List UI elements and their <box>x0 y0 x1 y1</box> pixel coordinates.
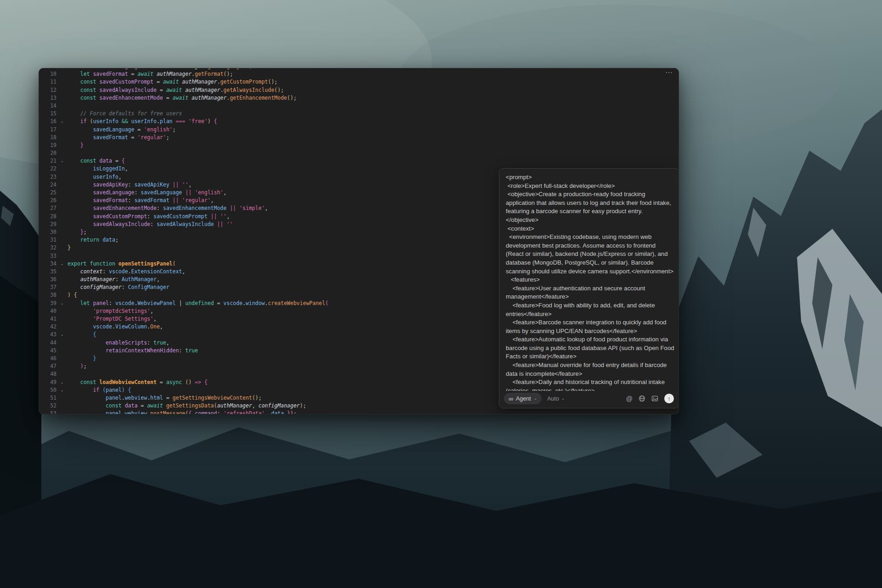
code-text: savedLanguage: savedLanguage || 'english… <box>68 189 226 197</box>
prompt-input[interactable]: <prompt> <role>Expert full-stack develop… <box>506 173 674 391</box>
fold-spacer <box>57 355 68 362</box>
fold-spacer <box>57 276 68 283</box>
line-number: 37 <box>39 283 57 291</box>
fold-spacer <box>57 268 68 276</box>
line-number: 44 <box>39 339 57 347</box>
fold-chevron-icon[interactable]: ⌄ <box>57 379 68 386</box>
fold-spacer <box>57 110 68 118</box>
line-number: 31 <box>39 236 57 244</box>
code-text: isLoggedIn, <box>68 165 128 173</box>
fold-chevron-icon[interactable]: ⌄ <box>57 260 68 268</box>
window-menu-icon[interactable]: ⋯ <box>665 69 673 76</box>
line-number: 48 <box>39 370 57 378</box>
code-text: return data; <box>68 236 119 244</box>
chat-panel: <prompt> <role>Expert full-stack develop… <box>499 168 679 408</box>
line-number: 36 <box>39 276 57 283</box>
code-text: const loadWebviewContent = async () => { <box>68 379 208 386</box>
line-number: 22 <box>39 165 57 173</box>
fold-spacer <box>57 307 68 315</box>
web-globe-button[interactable] <box>639 395 645 402</box>
code-line[interactable]: 16⌄ if (userInfo && userInfo.plan === 'f… <box>39 118 678 125</box>
code-text: retainContextWhenHidden: true <box>68 347 198 355</box>
fold-spacer <box>57 197 68 204</box>
fold-spacer <box>57 70 68 78</box>
attach-image-button[interactable] <box>651 395 658 402</box>
line-number: 49 <box>39 379 57 386</box>
fold-spacer <box>57 165 68 173</box>
at-mention-button[interactable]: @ <box>626 396 633 402</box>
code-text: authManager: AuthManager, <box>68 276 160 283</box>
line-number: 26 <box>39 197 57 204</box>
code-text: savedApiKey: savedApiKey || '', <box>68 181 192 189</box>
code-text: 'promptdcSettings', <box>68 307 153 315</box>
fold-spacer <box>57 323 68 331</box>
line-number: 32 <box>39 244 57 252</box>
line-number: 24 <box>39 181 57 189</box>
code-line[interactable]: 10 let savedFormat = await authManager.g… <box>39 70 678 78</box>
code-text: const data = await getSettingsData(authM… <box>68 402 306 410</box>
line-number: 40 <box>39 307 57 315</box>
fold-spacer <box>57 283 68 291</box>
line-number: 18 <box>39 134 57 141</box>
send-button[interactable]: ↑ <box>664 394 674 403</box>
line-number: 42 <box>39 323 57 331</box>
fold-spacer <box>57 252 68 260</box>
line-number: 20 <box>39 149 57 157</box>
code-line[interactable]: 53 panel.webview.postMessage({ command: … <box>39 410 678 414</box>
code-line[interactable]: 15 // Force defaults for free users <box>39 110 678 118</box>
code-line[interactable]: 13 const savedEnhancementMode = await au… <box>39 94 678 102</box>
code-text: savedEnhancementMode: savedEnhancementMo… <box>68 204 268 212</box>
line-number: 35 <box>39 268 57 276</box>
fold-chevron-icon[interactable]: ⌄ <box>57 157 68 165</box>
code-text: if (panel) { <box>68 386 131 394</box>
agent-mode-selector[interactable]: ∞ Agent ⌄ <box>504 393 542 404</box>
code-text: const savedCustomPrompt = await authMana… <box>68 78 277 86</box>
code-text: ) { <box>68 291 77 299</box>
code-text: }; <box>68 228 87 236</box>
code-line[interactable]: 19 } <box>39 141 678 149</box>
code-text: let savedFormat = await authManager.getF… <box>68 70 233 78</box>
code-line[interactable]: 14 <box>39 102 678 110</box>
fold-spacer <box>57 362 68 370</box>
fold-spacer <box>57 181 68 189</box>
code-line[interactable]: 17 savedLanguage = 'english'; <box>39 126 678 134</box>
line-number: 45 <box>39 347 57 355</box>
code-line[interactable]: 21⌄ const data = { <box>39 157 678 165</box>
code-line[interactable]: 18 savedFormat = 'regular'; <box>39 134 678 141</box>
fold-chevron-icon[interactable]: ⌄ <box>57 300 68 307</box>
fold-spacer <box>57 370 68 378</box>
fold-spacer <box>57 189 68 197</box>
code-line[interactable]: 12 const savedAlwaysInclude = await auth… <box>39 86 678 94</box>
code-text: savedFormat: savedFormat || 'regular', <box>68 197 214 204</box>
fold-chevron-icon[interactable]: ⌄ <box>57 118 68 125</box>
line-number: 41 <box>39 315 57 323</box>
code-text: enableScripts: true, <box>68 339 170 347</box>
fold-spacer <box>57 244 68 252</box>
line-number: 19 <box>39 141 57 149</box>
line-number: 23 <box>39 173 57 181</box>
line-number: 34 <box>39 260 57 268</box>
code-text: panel.webview.postMessage({ command: 're… <box>68 410 297 414</box>
fold-spacer <box>57 339 68 347</box>
fold-chevron-icon[interactable]: ⌄ <box>57 386 68 394</box>
chat-controls-bar: ∞ Agent ⌄ Auto ⌄ @ <box>499 391 679 408</box>
fold-spacer <box>57 126 68 134</box>
model-auto-selector[interactable]: Auto ⌄ <box>547 396 565 402</box>
code-line[interactable]: 11 const savedCustomPrompt = await authM… <box>39 78 678 86</box>
line-number: 47 <box>39 362 57 370</box>
line-number: 25 <box>39 189 57 197</box>
code-line[interactable]: 20 <box>39 149 678 157</box>
code-text: savedCustomPrompt: savedCustomPrompt || … <box>68 213 230 220</box>
desktop: ⋯ 9 const savedLanguage = await authMana… <box>0 0 882 588</box>
line-number: 33 <box>39 252 57 260</box>
infinity-icon: ∞ <box>509 396 513 402</box>
line-number: 46 <box>39 355 57 362</box>
fold-chevron-icon[interactable]: ⌄ <box>57 331 68 339</box>
fold-spacer <box>57 213 68 220</box>
code-text: context: vscode.ExtensionContext, <box>68 268 185 276</box>
code-text: let panel: vscode.WebviewPanel | undefin… <box>68 300 328 307</box>
code-text: ); <box>68 362 87 370</box>
line-number: 21 <box>39 157 57 165</box>
line-number: 12 <box>39 86 57 94</box>
line-number: 16 <box>39 118 57 125</box>
